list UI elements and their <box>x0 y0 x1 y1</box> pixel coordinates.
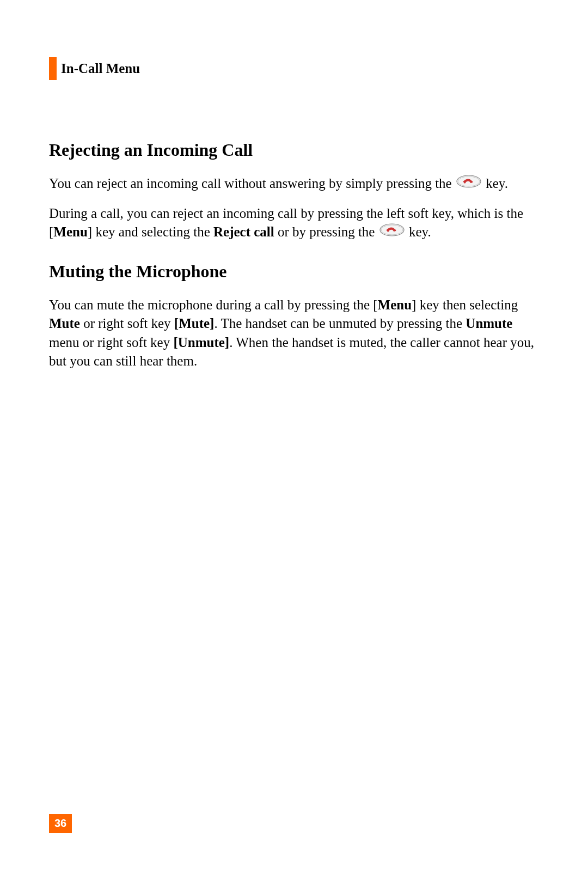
text: or right soft key <box>80 316 174 331</box>
heading-rejecting-call: Rejecting an Incoming Call <box>49 140 539 160</box>
section-title: In-Call Menu <box>61 61 140 76</box>
text: key. <box>482 176 508 191</box>
mute-softkey-label: [Mute] <box>174 316 215 331</box>
menu-key-label: Menu <box>53 224 88 239</box>
menu-key-label: Menu <box>378 297 412 312</box>
paragraph-reject-during-call: During a call, you can reject an incomin… <box>49 204 539 243</box>
paragraph-mute: You can mute the microphone during a cal… <box>49 296 539 371</box>
reject-call-label: Reject call <box>213 224 274 239</box>
text: key. <box>406 224 431 239</box>
unmute-label: Unmute <box>465 316 512 331</box>
text: You can mute the microphone during a cal… <box>49 297 378 312</box>
section-header: In-Call Menu <box>49 57 539 80</box>
accent-bar-icon <box>49 57 57 80</box>
text: or by pressing the <box>274 224 378 239</box>
end-key-icon <box>379 223 405 242</box>
paragraph-reject-simple: You can reject an incoming call without … <box>49 174 539 194</box>
heading-muting-mic: Muting the Microphone <box>49 261 539 282</box>
unmute-softkey-label: [Unmute] <box>173 335 229 350</box>
text: . The handset can be unmuted by pressing… <box>214 316 465 331</box>
mute-label: Mute <box>49 316 80 331</box>
text: ] key then selecting <box>412 297 518 312</box>
page-number: 36 <box>49 814 72 833</box>
text: You can reject an incoming call without … <box>49 176 455 191</box>
text: menu or right soft key <box>49 335 173 350</box>
end-key-icon <box>456 174 481 193</box>
svg-point-2 <box>380 224 404 236</box>
text: ] key and selecting the <box>88 224 213 239</box>
svg-point-0 <box>457 175 481 187</box>
